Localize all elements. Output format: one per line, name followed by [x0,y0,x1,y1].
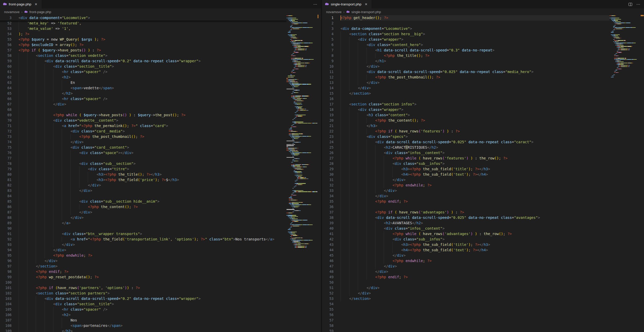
code-line[interactable]: 98 <?php endif; ?> [0,269,287,274]
line-number[interactable]: 28 [322,161,334,166]
code-line[interactable]: 26 <div class="infos__content"> [322,150,610,156]
code-editor-right[interactable]: 1<?php get_header(); ?>23<div data-compo… [322,15,644,332]
line-number[interactable]: 3 [322,26,334,31]
line-number[interactable]: 29 [322,166,334,172]
code-line[interactable]: 68 [0,107,287,112]
code-line[interactable]: 16 [322,96,610,102]
line-number[interactable]: 63 [0,80,12,85]
line-number[interactable]: 101 [0,285,12,291]
code-line[interactable]: 11 <div data-scroll data-scroll-speed="0… [322,69,610,75]
code-line[interactable]: 99 <?php wp_reset_postdata(); ?> [0,274,287,280]
sticky-scroll-line[interactable]: 3<div data-component="Locomotive"> [0,15,287,21]
line-number[interactable]: 74 [0,139,12,145]
line-number[interactable]: 92 [0,237,12,242]
code-line[interactable]: 34 </div> [322,193,610,199]
code-line[interactable]: 51 </div> [322,285,610,291]
code-line[interactable]: 10 </div> [322,64,610,69]
line-number[interactable]: 55 [322,307,334,312]
code-line[interactable]: 76 <div class="space"></div> [0,150,287,156]
line-number[interactable]: 27 [322,156,334,161]
code-line[interactable]: 65 </h2> [0,91,287,96]
breadcrumb-folder[interactable]: novamove [326,10,342,14]
code-line[interactable]: 106 <h2> [0,312,287,318]
line-number[interactable]: 11 [322,69,334,75]
line-number[interactable]: 22 [322,129,334,134]
code-line[interactable]: 47 </div> [322,264,610,269]
code-line[interactable]: 107 Nos [0,318,287,323]
line-number[interactable]: 62 [0,75,12,80]
line-number[interactable]: 105 [0,307,12,312]
code-line[interactable]: 18 <div class="wrapper"> [322,107,610,112]
line-number[interactable]: 60 [0,64,12,69]
code-line[interactable]: 97 </section> [0,264,287,269]
code-line[interactable]: 6 <div class="content_hero"> [322,42,610,48]
line-number[interactable]: 80 [0,172,12,177]
line-number[interactable]: 109 [0,328,12,332]
line-number[interactable]: 66 [0,96,12,102]
code-line[interactable]: 75 <div class="card__content"> [0,145,287,150]
line-number[interactable]: 52 [322,291,334,296]
line-number[interactable]: 35 [322,199,334,204]
code-line[interactable]: 104 <div class="section__title"> [0,301,287,307]
code-line[interactable]: 44 <h4><?php the_sub_field('text'); ?></… [322,247,610,253]
line-number[interactable]: 73 [0,134,12,139]
line-number[interactable]: 16 [322,96,334,102]
code-line[interactable]: 39 <h2>AVANTAGES</h2> [322,220,610,226]
code-line[interactable]: 85 <div class="sub__section hide__anim"> [0,199,287,204]
line-number[interactable]: 37 [322,210,334,215]
code-line[interactable]: 28 <div class="sub__infos"> [322,161,610,166]
code-line[interactable]: 22 <?php if ( have_rows('features') ) : … [322,129,610,134]
code-line[interactable]: 7 <h1 data-scroll data-scroll-speed="0.3… [322,48,610,53]
line-number[interactable]: 96 [0,258,12,264]
code-line[interactable]: 57 [322,318,610,323]
code-line[interactable]: 74 </div> [0,139,287,145]
code-line[interactable]: 56<?php $excludeID = array(); ?> [0,42,287,48]
code-line[interactable]: 33 </div> [322,188,610,193]
line-number[interactable]: 83 [0,188,12,193]
line-number[interactable]: 47 [322,264,334,269]
line-number[interactable]: 25 [322,145,334,150]
line-number[interactable]: 6 [322,42,334,48]
line-number[interactable]: 31 [322,177,334,183]
code-line[interactable]: 14 </div> [322,85,610,91]
line-number[interactable]: 14 [322,85,334,91]
line-number[interactable]: 9 [322,58,334,64]
code-line[interactable]: 86 <?php the_content(); ?> [0,204,287,210]
line-number[interactable]: 51 [322,285,334,291]
line-number[interactable]: 107 [0,318,12,323]
line-number[interactable]: 34 [322,193,334,199]
code-line[interactable]: 50 [322,280,610,285]
code-line[interactable]: 57<?php if ( $query->have_posts() ) : ?> [0,48,287,53]
line-number[interactable]: 1 [322,15,334,21]
tab-single-transport[interactable]: single-transport.php ✕ [322,0,372,8]
code-line[interactable]: 82 </div> [0,183,287,188]
code-line[interactable]: 73 <?php the_post_thumbnail(); ?> [0,134,287,139]
line-number[interactable]: 32 [322,183,334,188]
minimap-left[interactable] [287,15,317,248]
code-line[interactable]: 8 <?php the_title(); ?> [322,53,610,58]
editor-actions-icon[interactable]: ⋯ [313,2,317,7]
code-line[interactable]: 77 [0,156,287,161]
line-number[interactable]: 93 [0,242,12,247]
line-number[interactable]: 88 [0,215,12,220]
line-number[interactable]: 78 [0,161,12,166]
code-line[interactable]: 1<?php get_header(); ?> [322,15,610,21]
code-line[interactable]: 45 </div> [322,253,610,258]
line-number[interactable]: 24 [322,139,334,145]
line-number[interactable]: 58 [322,323,334,328]
code-line[interactable]: 66 <hr class="spacer" /> [0,96,287,102]
code-line[interactable]: 54); ?> [0,31,287,37]
line-number[interactable]: 106 [0,312,12,318]
code-line[interactable]: 69 <?php while ( $query->have_posts() ) … [0,112,287,118]
line-number[interactable]: 72 [0,129,12,134]
line-number[interactable]: 70 [0,118,12,123]
code-line[interactable]: 32 <?php endwhile; ?> [322,183,610,188]
line-number[interactable]: 67 [0,102,12,107]
line-number[interactable]: 30 [322,172,334,177]
breadcrumb-file[interactable]: front-page.php [29,10,51,14]
line-number[interactable]: 41 [322,231,334,237]
line-number[interactable]: 58 [0,53,12,58]
code-line[interactable]: 38 <div data-scroll data-scroll-speed="0… [322,215,610,220]
code-line[interactable]: 55 [322,307,610,312]
line-number[interactable]: 55 [0,37,12,42]
